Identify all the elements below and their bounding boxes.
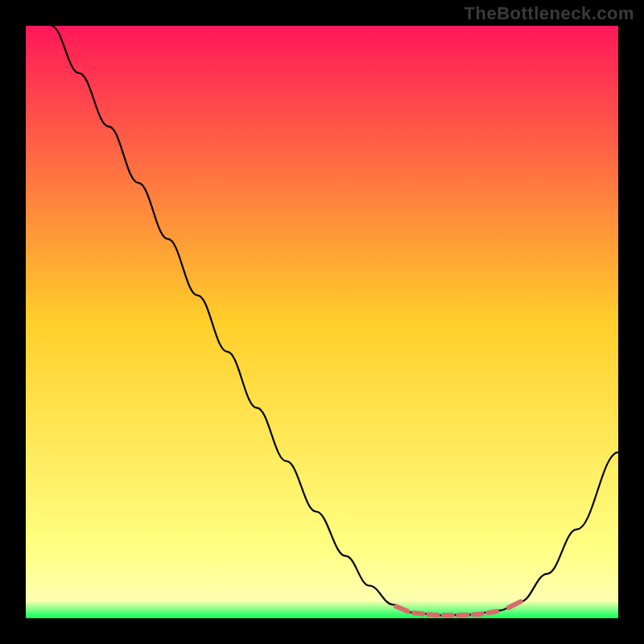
optimal-range-dash xyxy=(488,612,497,613)
optimal-range-dash xyxy=(473,613,482,614)
watermark-text: TheBottleneck.com xyxy=(464,3,634,24)
chart-svg xyxy=(0,0,644,644)
optimal-range-dash xyxy=(414,613,423,613)
optimal-range-dash xyxy=(428,614,437,615)
plot-background xyxy=(26,26,618,618)
chart-container: TheBottleneck.com xyxy=(0,0,644,644)
